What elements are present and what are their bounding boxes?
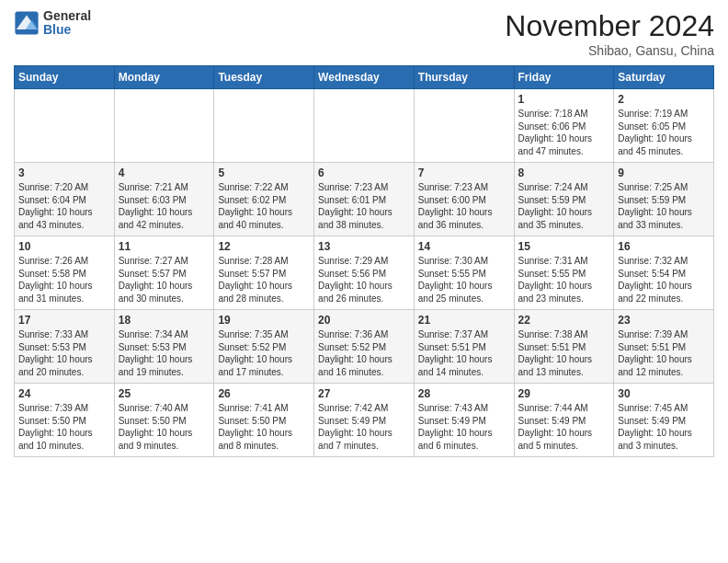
day-info: Sunrise: 7:42 AM Sunset: 5:49 PM Dayligh… [318,402,410,452]
calendar-cell: 17Sunrise: 7:33 AM Sunset: 5:53 PM Dayli… [15,310,115,384]
day-number: 30 [618,387,710,400]
calendar-cell: 25Sunrise: 7:40 AM Sunset: 5:50 PM Dayli… [114,384,214,457]
calendar-cell [114,89,214,163]
day-info: Sunrise: 7:19 AM Sunset: 6:05 PM Dayligh… [618,108,710,157]
calendar-cell: 21Sunrise: 7:37 AM Sunset: 5:51 PM Dayli… [414,310,514,384]
calendar-cell: 5Sunrise: 7:22 AM Sunset: 6:02 PM Daylig… [214,163,314,236]
calendar-cell: 22Sunrise: 7:38 AM Sunset: 5:51 PM Dayli… [514,310,614,384]
calendar-cell: 7Sunrise: 7:23 AM Sunset: 6:00 PM Daylig… [414,163,514,236]
day-info: Sunrise: 7:44 AM Sunset: 5:49 PM Dayligh… [518,402,610,452]
day-info: Sunrise: 7:39 AM Sunset: 5:51 PM Dayligh… [618,328,710,378]
day-info: Sunrise: 7:28 AM Sunset: 5:57 PM Dayligh… [218,255,310,304]
calendar-cell: 14Sunrise: 7:30 AM Sunset: 5:55 PM Dayli… [414,236,514,310]
day-number: 13 [318,240,410,253]
calendar-cell [214,89,314,163]
calendar-cell: 19Sunrise: 7:35 AM Sunset: 5:52 PM Dayli… [214,310,314,384]
day-of-week-monday: Monday [114,66,214,89]
calendar-week-2: 3Sunrise: 7:20 AM Sunset: 6:04 PM Daylig… [15,163,714,236]
day-of-week-sunday: Sunday [15,66,115,89]
calendar-cell: 2Sunrise: 7:19 AM Sunset: 6:05 PM Daylig… [614,89,714,163]
calendar-week-3: 10Sunrise: 7:26 AM Sunset: 5:58 PM Dayli… [15,236,714,310]
day-info: Sunrise: 7:33 AM Sunset: 5:53 PM Dayligh… [18,328,110,378]
day-info: Sunrise: 7:31 AM Sunset: 5:55 PM Dayligh… [518,255,610,304]
calendar: SundayMondayTuesdayWednesdayThursdayFrid… [14,65,714,457]
calendar-header-row: SundayMondayTuesdayWednesdayThursdayFrid… [15,66,714,89]
calendar-cell: 9Sunrise: 7:25 AM Sunset: 5:59 PM Daylig… [614,163,714,236]
day-info: Sunrise: 7:36 AM Sunset: 5:52 PM Dayligh… [318,328,410,378]
calendar-cell: 27Sunrise: 7:42 AM Sunset: 5:49 PM Dayli… [314,384,415,457]
day-number: 15 [518,240,610,253]
calendar-cell: 16Sunrise: 7:32 AM Sunset: 5:54 PM Dayli… [614,236,714,310]
day-info: Sunrise: 7:29 AM Sunset: 5:56 PM Dayligh… [318,255,410,304]
calendar-cell: 8Sunrise: 7:24 AM Sunset: 5:59 PM Daylig… [514,163,614,236]
calendar-cell: 18Sunrise: 7:34 AM Sunset: 5:53 PM Dayli… [114,310,214,384]
day-info: Sunrise: 7:41 AM Sunset: 5:50 PM Dayligh… [218,402,310,452]
day-number: 28 [418,387,510,400]
calendar-cell: 23Sunrise: 7:39 AM Sunset: 5:51 PM Dayli… [614,310,714,384]
day-number: 17 [18,314,110,327]
logo-blue-text: Blue [43,23,91,37]
calendar-week-1: 1Sunrise: 7:18 AM Sunset: 6:06 PM Daylig… [15,89,714,163]
logo-icon [14,10,40,36]
day-of-week-tuesday: Tuesday [214,66,314,89]
day-of-week-saturday: Saturday [614,66,714,89]
day-number: 21 [418,314,510,327]
day-info: Sunrise: 7:32 AM Sunset: 5:54 PM Dayligh… [618,255,710,304]
calendar-cell: 24Sunrise: 7:39 AM Sunset: 5:50 PM Dayli… [15,384,115,457]
day-number: 7 [418,167,510,179]
calendar-cell: 26Sunrise: 7:41 AM Sunset: 5:50 PM Dayli… [214,384,314,457]
calendar-cell: 10Sunrise: 7:26 AM Sunset: 5:58 PM Dayli… [15,236,115,310]
day-number: 11 [119,240,210,253]
day-number: 20 [318,314,410,327]
calendar-cell: 13Sunrise: 7:29 AM Sunset: 5:56 PM Dayli… [314,236,415,310]
day-info: Sunrise: 7:45 AM Sunset: 5:49 PM Dayligh… [618,402,710,452]
calendar-cell: 28Sunrise: 7:43 AM Sunset: 5:49 PM Dayli… [414,384,514,457]
day-of-week-thursday: Thursday [414,66,514,89]
day-of-week-friday: Friday [514,66,614,89]
day-number: 23 [618,314,710,327]
day-number: 3 [18,167,110,179]
day-info: Sunrise: 7:24 AM Sunset: 5:59 PM Dayligh… [518,181,610,231]
day-number: 19 [218,314,310,327]
day-number: 29 [518,387,610,400]
day-info: Sunrise: 7:38 AM Sunset: 5:51 PM Dayligh… [518,328,610,378]
calendar-cell: 29Sunrise: 7:44 AM Sunset: 5:49 PM Dayli… [514,384,614,457]
calendar-cell: 20Sunrise: 7:36 AM Sunset: 5:52 PM Dayli… [314,310,415,384]
day-number: 8 [518,167,610,179]
day-info: Sunrise: 7:20 AM Sunset: 6:04 PM Dayligh… [18,181,110,231]
day-number: 16 [618,240,710,253]
day-number: 4 [119,167,210,179]
calendar-cell [414,89,514,163]
day-number: 9 [618,167,710,179]
calendar-cell: 6Sunrise: 7:23 AM Sunset: 6:01 PM Daylig… [314,163,415,236]
day-info: Sunrise: 7:21 AM Sunset: 6:03 PM Dayligh… [119,181,210,231]
day-info: Sunrise: 7:25 AM Sunset: 5:59 PM Dayligh… [618,181,710,231]
calendar-cell: 1Sunrise: 7:18 AM Sunset: 6:06 PM Daylig… [514,89,614,163]
day-number: 26 [218,387,310,400]
day-number: 25 [119,387,210,400]
logo-text: General Blue [43,9,91,38]
day-info: Sunrise: 7:37 AM Sunset: 5:51 PM Dayligh… [418,328,510,378]
calendar-cell: 15Sunrise: 7:31 AM Sunset: 5:55 PM Dayli… [514,236,614,310]
day-info: Sunrise: 7:30 AM Sunset: 5:55 PM Dayligh… [418,255,510,304]
day-info: Sunrise: 7:22 AM Sunset: 6:02 PM Dayligh… [218,181,310,231]
day-number: 18 [119,314,210,327]
day-info: Sunrise: 7:18 AM Sunset: 6:06 PM Dayligh… [518,108,610,157]
day-info: Sunrise: 7:27 AM Sunset: 5:57 PM Dayligh… [119,255,210,304]
day-number: 27 [318,387,410,400]
day-info: Sunrise: 7:43 AM Sunset: 5:49 PM Dayligh… [418,402,510,452]
day-number: 2 [618,93,710,106]
day-number: 14 [418,240,510,253]
day-info: Sunrise: 7:35 AM Sunset: 5:52 PM Dayligh… [218,328,310,378]
day-info: Sunrise: 7:40 AM Sunset: 5:50 PM Dayligh… [119,402,210,452]
day-number: 5 [218,167,310,179]
calendar-cell [15,89,115,163]
day-info: Sunrise: 7:23 AM Sunset: 6:01 PM Dayligh… [318,181,410,231]
month-title: November 2024 [505,9,714,43]
calendar-cell: 3Sunrise: 7:20 AM Sunset: 6:04 PM Daylig… [15,163,115,236]
day-info: Sunrise: 7:39 AM Sunset: 5:50 PM Dayligh… [18,402,110,452]
day-number: 22 [518,314,610,327]
calendar-cell: 4Sunrise: 7:21 AM Sunset: 6:03 PM Daylig… [114,163,214,236]
calendar-week-4: 17Sunrise: 7:33 AM Sunset: 5:53 PM Dayli… [15,310,714,384]
calendar-cell: 30Sunrise: 7:45 AM Sunset: 5:49 PM Dayli… [614,384,714,457]
